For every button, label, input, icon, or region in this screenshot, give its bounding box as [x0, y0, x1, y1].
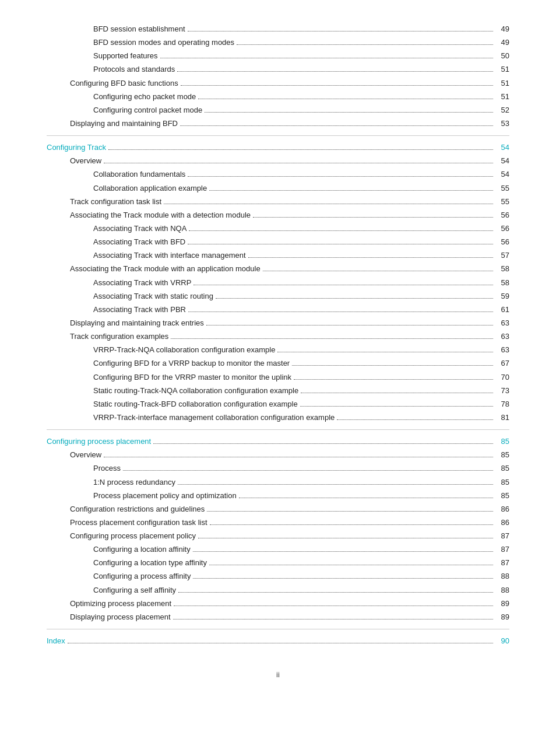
toc-row: Optimizing process placement89	[47, 598, 509, 610]
toc-page-number: 67	[495, 358, 509, 369]
toc-page-number: 56	[495, 236, 509, 248]
toc-page-number: 54	[495, 155, 509, 167]
toc-page-number: 58	[495, 277, 509, 289]
toc-row: Overview85	[47, 449, 509, 461]
toc-row: Process placement configuration task lis…	[47, 517, 509, 528]
toc-dots	[188, 312, 493, 312]
toc-page-number: 50	[495, 50, 509, 62]
toc-row: Configuring BFD for the VRRP master to m…	[47, 372, 509, 383]
toc-row: Associating Track with interface managem…	[47, 250, 509, 261]
toc-row: Configuring BFD basic functions51	[47, 78, 509, 89]
toc-page-number: 51	[495, 78, 509, 89]
toc-dots	[248, 257, 493, 258]
toc-item-label: Configuring BFD for the VRRP master to m…	[93, 372, 291, 383]
toc-row[interactable]: Configuring process placement85	[47, 436, 509, 447]
toc-page-number: 56	[495, 223, 509, 235]
toc-page-number: 90	[495, 635, 509, 647]
toc-row: Static routing-Track-BFD collaboration c…	[47, 398, 509, 410]
toc-page-number: 87	[495, 530, 509, 542]
toc-row: Collaboration fundamentals54	[47, 169, 509, 180]
toc-row: VRRP-Track-NQA collaboration configurati…	[47, 344, 509, 356]
toc-section-0: BFD session establishment49BFD session m…	[47, 23, 509, 130]
toc-row: Overview54	[47, 155, 509, 167]
toc-dots	[207, 511, 493, 512]
toc-row: Configuration restrictions and guideline…	[47, 503, 509, 515]
toc-row: Process85	[47, 463, 509, 474]
toc-page-number: 88	[495, 584, 509, 596]
toc-link-label[interactable]: Index	[47, 635, 65, 647]
toc-dots	[216, 298, 493, 299]
toc-row: Static routing-Track-NQA collaboration c…	[47, 385, 509, 397]
toc-item-label: Associating Track with BFD	[93, 236, 185, 248]
toc-page-number: 59	[495, 290, 509, 302]
toc-item-label: Protocols and standards	[93, 64, 175, 75]
toc-section-3: Index90	[47, 629, 509, 647]
toc-item-label: Associating Track with VRRP	[93, 277, 191, 289]
toc-item-label: Configuring a self affinity	[93, 584, 176, 596]
toc-row: Associating Track with BFD56	[47, 236, 509, 248]
toc-row[interactable]: Configuring Track54	[47, 142, 509, 153]
toc-page-number: 89	[495, 611, 509, 623]
toc-dots	[210, 524, 493, 525]
toc-dots	[178, 484, 493, 485]
toc-page-number: 49	[495, 23, 509, 35]
toc-row: Configuring process placement policy87	[47, 530, 509, 542]
toc-dots	[177, 71, 493, 72]
toc-page-number: 54	[495, 169, 509, 180]
toc-item-label: BFD session establishment	[93, 23, 185, 35]
toc-row: Configuring a self affinity88	[47, 584, 509, 596]
toc-item-label: Associating Track with static routing	[93, 290, 213, 302]
toc-item-label: Displaying and maintaining BFD	[70, 118, 178, 130]
toc-dots	[153, 443, 493, 444]
toc-page-number: 51	[495, 91, 509, 103]
toc-row: Supported features50	[47, 50, 509, 62]
toc-row: Displaying process placement89	[47, 611, 509, 623]
toc-row: Process placement policy and optimizatio…	[47, 490, 509, 502]
toc-dots	[188, 31, 493, 32]
toc-dots	[277, 352, 493, 352]
toc-dots	[193, 285, 493, 285]
toc-page-number: 61	[495, 304, 509, 316]
toc-dots	[300, 406, 493, 407]
toc-dots	[193, 551, 493, 552]
toc-page-number: 55	[495, 196, 509, 208]
toc-page-number: 88	[495, 570, 509, 582]
toc-item-label: Optimizing process placement	[70, 598, 171, 610]
toc-page-number: 51	[495, 64, 509, 75]
toc-row: Configuring echo packet mode51	[47, 91, 509, 103]
toc-page-number: 89	[495, 598, 509, 610]
toc-row[interactable]: Index90	[47, 635, 509, 647]
toc-row: Associating Track with PBR61	[47, 304, 509, 316]
page-number: ii	[276, 670, 280, 679]
toc-page-number: 55	[495, 183, 509, 194]
toc-item-label: Associating Track with interface managem…	[93, 250, 246, 261]
toc-dots	[123, 470, 493, 471]
toc-page-number: 85	[495, 477, 509, 488]
toc-dots	[189, 230, 493, 231]
toc-page-number: 49	[495, 37, 509, 48]
toc-link-label[interactable]: Configuring Track	[47, 142, 106, 153]
toc-item-label: Configuration restrictions and guideline…	[70, 503, 205, 515]
toc-dots	[292, 365, 493, 366]
toc-row: Associating Track with static routing59	[47, 290, 509, 302]
toc-page-number: 86	[495, 517, 509, 528]
toc-page-number: 53	[495, 118, 509, 130]
toc-section-2: Configuring process placement85Overview8…	[47, 429, 509, 623]
toc-page-number: 63	[495, 317, 509, 329]
toc-section-1: Configuring Track54Overview54Collaborati…	[47, 135, 509, 424]
toc-row: Configuring a process affinity88	[47, 570, 509, 582]
section-divider	[47, 429, 509, 430]
toc-dots	[188, 176, 493, 177]
toc-row: Associating Track with VRRP58	[47, 277, 509, 289]
toc-dots	[198, 99, 493, 99]
toc-item-label: VRRP-Track-NQA collaboration configurati…	[93, 344, 275, 356]
toc-row: Associating the Track module with an app…	[47, 263, 509, 275]
toc-dots	[181, 85, 493, 86]
toc-item-label: Static routing-Track-BFD collaboration c…	[93, 398, 298, 410]
toc-dots	[253, 217, 493, 218]
toc-row: Configuring BFD for a VRRP backup to mon…	[47, 358, 509, 369]
toc-link-label[interactable]: Configuring process placement	[47, 436, 151, 447]
toc-dots	[239, 498, 493, 498]
section-divider	[47, 135, 509, 136]
toc-item-label: Configuring echo packet mode	[93, 91, 196, 103]
